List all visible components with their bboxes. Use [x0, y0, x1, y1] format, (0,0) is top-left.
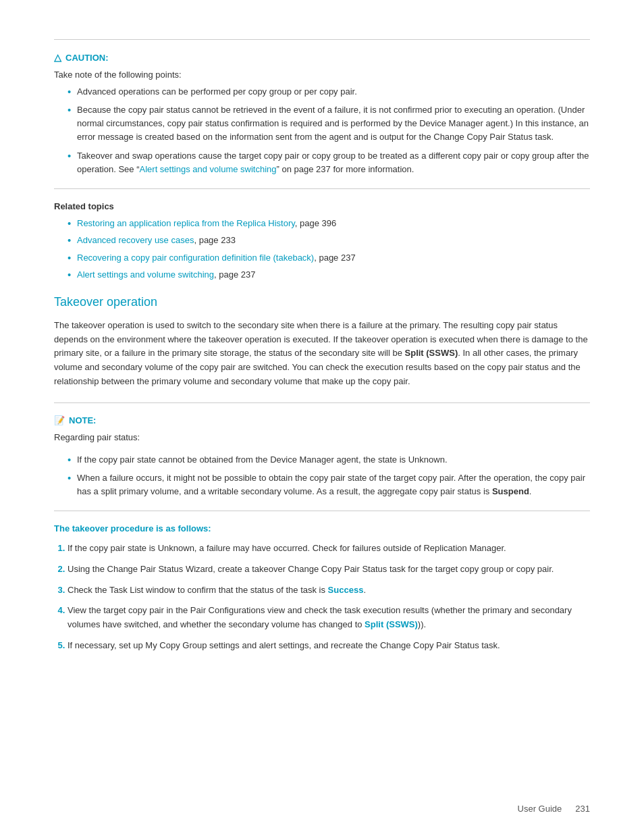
footer-page: 231 [575, 804, 590, 814]
related-topics-header: Related topics [54, 201, 590, 211]
caution-item-2: Because the copy pair status cannot be r… [68, 103, 590, 144]
note-item-1: If the copy pair state cannot be obtaine… [68, 453, 590, 467]
related-item-3: Recovering a copy pair configuration def… [68, 251, 590, 265]
footer-label: User Guide [518, 804, 562, 814]
procedure-step-4: View the target copy pair in the Pair Co… [68, 604, 590, 632]
mid-divider-2 [54, 402, 590, 403]
caution-triangle-icon: △ [54, 52, 61, 63]
top-divider [54, 39, 590, 40]
related-link-2[interactable]: Advanced recovery use cases [77, 235, 194, 245]
caution-alert-link[interactable]: Alert settings and volume switching [140, 164, 277, 174]
procedure-list: If the copy pair state is Unknown, a fai… [54, 542, 590, 653]
related-link-3[interactable]: Recovering a copy pair configuration def… [77, 253, 314, 263]
mid-divider-1 [54, 188, 590, 189]
caution-item-3: Takeover and swap operations cause the t… [68, 149, 590, 176]
related-item-4: Alert settings and volume switching, pag… [68, 268, 590, 282]
related-link-4[interactable]: Alert settings and volume switching [77, 269, 214, 280]
procedure-step-5: If necessary, set up My Copy Group setti… [68, 639, 590, 653]
mid-divider-3 [54, 511, 590, 511]
procedure-step-2: Using the Change Pair Status Wizard, cre… [68, 563, 590, 577]
note-label: NOTE: [69, 415, 96, 425]
procedure-header: The takeover procedure is as follows: [54, 523, 590, 533]
procedure-step-1: If the copy pair state is Unknown, a fai… [68, 542, 590, 556]
page: △ CAUTION: Take note of the following po… [0, 0, 644, 834]
note-icon: 📝 [54, 415, 65, 425]
related-link-1[interactable]: Restoring an application replica from th… [77, 218, 295, 228]
footer: User Guide 231 [518, 804, 590, 814]
related-topics-list: Restoring an application replica from th… [54, 217, 590, 282]
caution-item-1: Advanced operations can be performed per… [68, 85, 590, 99]
related-item-2: Advanced recovery use cases, page 233 [68, 234, 590, 247]
related-item-1: Restoring an application replica from th… [68, 217, 590, 230]
note-header: 📝 NOTE: [54, 415, 590, 425]
takeover-title: Takeover operation [54, 295, 590, 309]
procedure-section: The takeover procedure is as follows: If… [54, 523, 590, 653]
note-item-2: When a failure occurs, it might not be p… [68, 471, 590, 498]
caution-section: △ CAUTION: Take note of the following po… [54, 52, 590, 176]
caution-header: △ CAUTION: [54, 52, 590, 63]
note-intro: Regarding pair status: [54, 431, 590, 445]
related-topics-section: Related topics Restoring an application … [54, 201, 590, 282]
note-list: If the copy pair state cannot be obtaine… [54, 453, 590, 498]
caution-intro: Take note of the following points: [54, 70, 590, 80]
procedure-step-3: Check the Task List window to confirm th… [68, 583, 590, 598]
takeover-body: The takeover operation is used to switch… [54, 319, 590, 389]
note-section: 📝 NOTE: Regarding pair status: If the co… [54, 415, 590, 498]
takeover-section: Takeover operation The takeover operatio… [54, 295, 590, 389]
caution-list: Advanced operations can be performed per… [54, 85, 590, 176]
caution-label: CAUTION: [65, 53, 109, 63]
